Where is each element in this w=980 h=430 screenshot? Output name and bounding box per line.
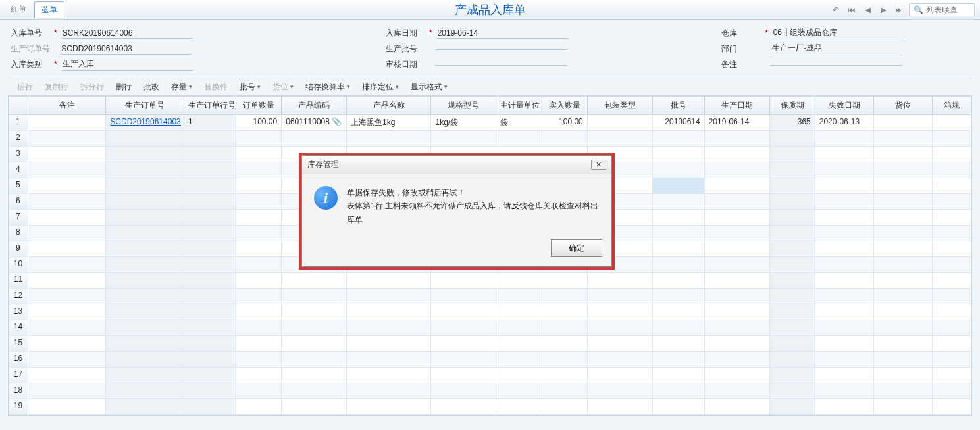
undo-icon[interactable]: ↶ [830,4,842,16]
cell[interactable] [282,368,347,383]
cell[interactable] [106,257,184,272]
cell[interactable] [815,147,874,162]
cell[interactable] [282,399,347,414]
cell-qty[interactable]: 100.00 [236,115,282,130]
cell[interactable] [874,352,933,367]
table-row[interactable]: 1SCDD201906140031100.000601110008📎上海熏鱼1k… [9,115,971,131]
cell[interactable] [653,289,705,304]
cell[interactable] [347,352,431,367]
cell[interactable] [933,210,971,225]
cell[interactable] [874,131,933,146]
cell[interactable] [653,304,705,320]
col-unit[interactable]: 主计量单位 [496,97,542,114]
cell[interactable] [653,147,705,162]
table-row[interactable]: 15 [9,336,971,352]
cell[interactable] [236,383,282,398]
cell[interactable] [282,273,347,288]
cell[interactable] [588,368,653,383]
cell[interactable] [815,178,874,193]
cell[interactable] [653,162,705,178]
cell[interactable] [815,320,874,335]
cell[interactable] [106,399,184,414]
cell[interactable] [542,399,588,414]
col-pack[interactable]: 包装类型 [588,97,653,114]
field-dept[interactable]: 生产一厂-成品 [771,42,902,55]
cell[interactable] [705,257,770,272]
cell[interactable] [106,304,184,320]
cell[interactable] [28,210,107,225]
cell[interactable] [347,289,431,304]
cell[interactable] [236,273,282,288]
cell[interactable] [815,383,874,398]
cell[interactable] [236,147,282,162]
cell[interactable] [588,336,653,351]
cell[interactable] [705,241,770,256]
cell[interactable] [588,399,653,414]
cell[interactable] [588,273,653,288]
field-prodorder[interactable]: SCDD20190614003 [60,43,192,55]
cell[interactable] [933,304,971,320]
cell[interactable] [28,226,107,241]
cell[interactable] [496,399,542,414]
cell[interactable] [653,399,705,414]
cell[interactable] [588,320,653,335]
cell[interactable] [28,162,107,178]
cell[interactable] [28,336,107,351]
cell[interactable] [933,147,971,162]
cell[interactable] [431,304,496,320]
cell[interactable] [106,320,184,335]
cell[interactable] [874,241,933,256]
cell[interactable] [236,194,282,209]
col-exp[interactable]: 失效日期 [815,97,874,114]
cell[interactable] [542,336,588,351]
cell[interactable] [542,273,588,288]
cell[interactable] [236,289,282,304]
cell[interactable] [347,336,431,351]
cell[interactable] [588,304,653,320]
cell[interactable] [874,368,933,383]
cell[interactable] [282,320,347,335]
cell[interactable] [653,336,705,351]
cell[interactable] [347,320,431,335]
cell[interactable] [874,383,933,398]
cell[interactable] [653,178,705,193]
col-order[interactable]: 生产订单号 [106,97,184,114]
col-name[interactable]: 产品名称 [347,97,431,114]
cell[interactable] [874,147,933,162]
cell[interactable] [496,368,542,383]
cell[interactable] [815,399,874,414]
field-intype[interactable]: 生产入库 [61,58,193,71]
cell[interactable] [933,399,971,414]
cell[interactable] [874,210,933,225]
cell-name[interactable]: 上海熏鱼1kg [347,115,431,130]
last-icon[interactable]: ⏭ [893,4,905,16]
cell[interactable] [705,383,770,398]
close-icon[interactable]: ✕ [591,160,606,170]
cell[interactable] [933,352,971,367]
cell[interactable] [431,289,496,304]
field-docno[interactable]: SCRK20190614006 [61,28,193,39]
search-box[interactable]: 🔍 [909,3,975,16]
cell[interactable] [874,289,933,304]
cell[interactable] [347,304,431,320]
cell[interactable] [933,289,971,304]
cell[interactable] [705,273,770,288]
cell[interactable] [28,131,107,146]
cell[interactable] [496,304,542,320]
cell[interactable] [874,194,933,209]
cell[interactable] [933,383,971,398]
cell[interactable] [653,131,705,146]
cell[interactable] [815,241,874,256]
cell[interactable] [815,273,874,288]
field-auditdate[interactable] [435,64,567,66]
col-qty[interactable]: 订单数量 [236,97,282,114]
cell[interactable] [653,210,705,225]
col-pdate[interactable]: 生产日期 [705,97,770,114]
cell[interactable] [431,383,496,398]
table-row[interactable]: 2 [9,131,971,147]
btn-split-row[interactable]: 拆分行 [80,82,104,93]
cell[interactable] [588,131,653,146]
cell[interactable] [347,368,431,383]
cell[interactable] [705,352,770,367]
cell[interactable] [588,289,653,304]
